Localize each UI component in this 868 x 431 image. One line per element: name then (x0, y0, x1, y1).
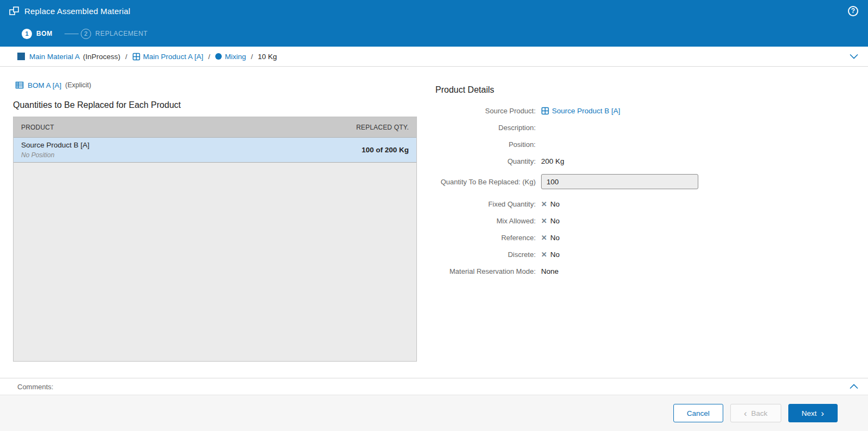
chevron-down-icon[interactable] (850, 54, 858, 59)
quantities-table: PRODUCT REPLACED QTY. Source Product B [… (13, 117, 417, 362)
row-replaced-qty: 100 of 200 Kg (362, 146, 409, 154)
back-button-label: Back (751, 409, 768, 417)
fixed-quantity-value: No (550, 200, 560, 208)
cancel-button[interactable]: Cancel (673, 404, 723, 422)
description-label: Description: (435, 124, 541, 132)
x-icon: ✕ (541, 217, 547, 225)
product-grid-icon (132, 53, 140, 61)
table-row[interactable]: Source Product B [A] No Position 100 of … (14, 138, 416, 163)
bom-link[interactable]: BOM A [A] (28, 81, 61, 89)
product-details-title: Product Details (435, 85, 859, 95)
cancel-button-label: Cancel (687, 409, 710, 417)
step-connector-line (65, 34, 79, 34)
comments-label: Comments: (17, 383, 53, 391)
x-icon: ✕ (541, 250, 547, 259)
quantity-value: 200 Kg (541, 157, 564, 165)
breadcrumb-separator: / (251, 53, 253, 61)
x-icon: ✕ (541, 200, 547, 208)
help-icon[interactable]: ? (848, 6, 858, 16)
next-button[interactable]: Next › (788, 404, 838, 422)
material-reservation-mode-label: Material Reservation Mode: (435, 267, 541, 275)
fixed-quantity-label: Fixed Quantity: (435, 200, 541, 208)
reference-value: No (550, 234, 560, 242)
quantities-section-title: Quantities to Be Replaced for Each Produ… (13, 100, 417, 110)
step-1-label: BOM (36, 30, 53, 37)
wizard-step-replacement[interactable]: 2 REPLACEMENT (81, 29, 148, 39)
breadcrumb-quantity: 10 Kg (258, 53, 277, 61)
app-header: Replace Assembled Material ? 1 BOM 2 REP… (0, 0, 868, 47)
back-button[interactable]: ‹ Back (730, 404, 781, 422)
discrete-label: Discrete: (435, 250, 541, 259)
discrete-value: No (550, 250, 560, 259)
comments-bar: Comments: (0, 378, 868, 395)
wizard-step-bom[interactable]: 1 BOM (22, 29, 53, 39)
step-2-label: REPLACEMENT (95, 30, 148, 37)
step-1-circle: 1 (22, 29, 32, 39)
column-header-replaced-qty: REPLACED QTY. (356, 124, 409, 131)
step-2-circle: 2 (81, 29, 91, 39)
table-empty-area (14, 163, 416, 361)
breadcrumb-separator: / (208, 53, 210, 61)
source-product-label: Source Product: (435, 107, 541, 115)
main-content: BOM A [A] (Explicit) Quantities to Be Re… (0, 67, 868, 378)
qty-to-be-replaced-input[interactable] (541, 174, 698, 189)
source-product-link[interactable]: Source Product B [A] (552, 107, 620, 115)
page-title: Replace Assembled Material (24, 7, 130, 16)
column-header-product: PRODUCT (21, 124, 54, 131)
quantity-label: Quantity: (435, 157, 541, 165)
bom-list-icon (15, 81, 24, 89)
material-status: (InProcess) (83, 53, 120, 61)
next-chevron-icon: › (821, 409, 824, 418)
breadcrumb-product-link[interactable]: Main Product A [A] (143, 53, 203, 61)
qty-to-be-replaced-label: Quantity To Be Replaced: (Kg) (435, 178, 541, 186)
footer-bar: Cancel ‹ Back Next › (0, 395, 868, 431)
material-square-icon (17, 53, 25, 60)
back-chevron-icon: ‹ (744, 409, 747, 418)
breadcrumb-separator: / (125, 53, 127, 61)
reference-label: Reference: (435, 234, 541, 242)
next-button-label: Next (802, 409, 817, 417)
breadcrumb-material-link[interactable]: Main Material A (29, 53, 80, 61)
product-grid-icon (541, 107, 549, 115)
product-details-panel: Product Details Source Product: Source P… (435, 67, 859, 378)
mix-allowed-label: Mix Allowed: (435, 217, 541, 225)
breadcrumb-operation-link[interactable]: Mixing (225, 53, 246, 61)
x-icon: ✕ (541, 234, 547, 242)
replace-material-icon (9, 5, 20, 16)
table-header-row: PRODUCT REPLACED QTY. (14, 117, 416, 138)
bom-type-label: (Explicit) (65, 81, 91, 89)
row-position-label: No Position (21, 151, 89, 159)
position-label: Position: (435, 140, 541, 149)
breadcrumb: Main Material A (InProcess) / Main Produ… (0, 47, 868, 67)
chevron-up-icon[interactable] (850, 384, 858, 389)
material-reservation-mode-value: None (541, 267, 558, 275)
wizard-steps: 1 BOM 2 REPLACEMENT (0, 22, 868, 46)
mix-allowed-value: No (550, 217, 560, 225)
row-product-name: Source Product B [A] (21, 141, 89, 149)
operation-dot-icon (215, 53, 222, 60)
